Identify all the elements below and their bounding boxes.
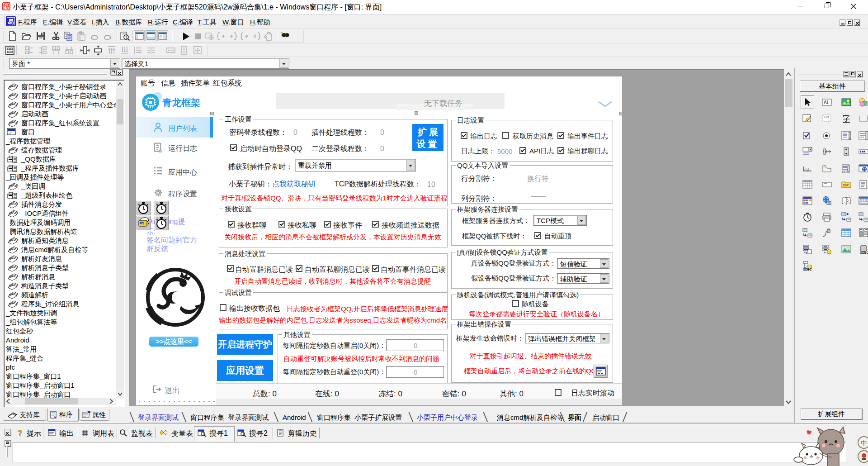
svg-text:ODBC: ODBC [860, 251, 868, 254]
svg-text:AI: AI [824, 100, 828, 105]
svg-text:ZIP: ZIP [140, 222, 144, 225]
svg-text:ODBC: ODBC [803, 268, 811, 271]
svg-text:中: 中 [861, 439, 867, 447]
svg-text:字: 字 [843, 114, 850, 122]
svg-text:DIR: DIR [843, 184, 849, 187]
svg-text:易: 易 [3, 4, 9, 10]
svg-text:CN: CN [824, 115, 829, 119]
svg-text:?: ? [18, 429, 22, 437]
svg-text:易: 易 [8, 18, 14, 25]
